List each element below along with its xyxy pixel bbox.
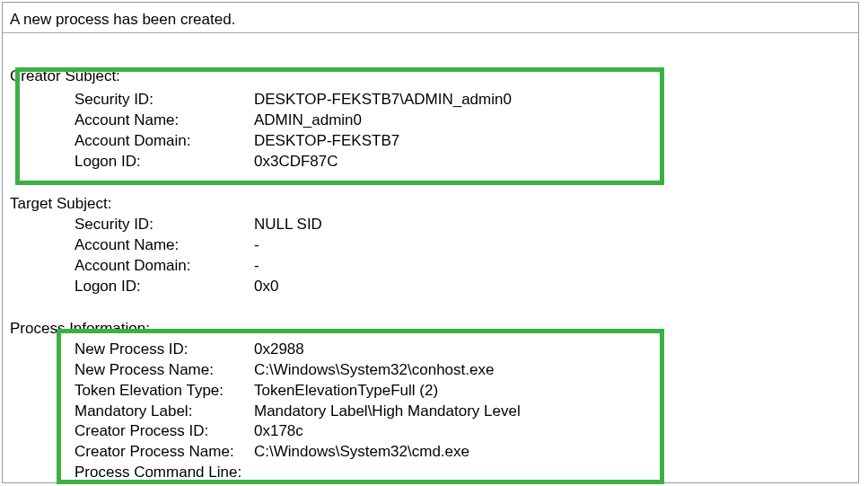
field-value: C:\Windows\System32\conhost.exe [254,360,858,381]
target-subject-title: Target Subject: [3,189,858,215]
creator-subject-title: Creator Subject: [3,61,858,87]
field-row: Security ID: DESKTOP-FEKSTB7\ADMIN_admin… [3,90,858,110]
field-row: Creator Process ID: 0x178c [3,421,858,442]
field-row: Mandatory Label: Mandatory Label\High Ma… [3,402,858,422]
field-row: Logon ID: 0x0 [3,277,858,297]
event-body: Creator Subject: Security ID: DESKTOP-FE… [3,33,858,483]
field-label: Creator Process ID: [75,421,254,442]
field-value: TokenElevationTypeFull (2) [254,381,858,402]
field-label: Logon ID: [75,277,254,297]
field-value: C:\Windows\System32\cmd.exe [254,442,858,463]
field-label: Security ID: [75,90,254,110]
field-row: Account Name: - [3,235,858,256]
field-row: Logon ID: 0x3CDF87C [3,152,858,172]
field-label: Account Domain: [75,131,254,152]
field-label: Security ID: [75,215,254,235]
field-row: Account Domain: - [3,256,858,277]
field-row: New Process Name: C:\Windows\System32\co… [3,360,858,381]
field-label: Account Domain: [75,256,254,277]
field-row: Account Domain: DESKTOP-FEKSTB7 [3,131,858,152]
field-value: 0x0 [254,277,858,297]
field-label: New Process Name: [75,360,254,381]
field-label: Mandatory Label: [75,402,254,422]
field-label: New Process ID: [75,340,254,360]
field-row: New Process ID: 0x2988 [3,340,858,360]
field-value: 0x2988 [254,340,858,360]
field-label: Account Name: [75,110,254,131]
field-label: Token Elevation Type: [75,381,254,402]
event-detail-panel: A new process has been created. Creator … [2,2,859,483]
field-value: - [254,256,858,277]
field-value: - [254,235,858,256]
field-row: Account Name: ADMIN_admin0 [3,110,858,131]
field-value: ADMIN_admin0 [254,110,858,131]
event-header: A new process has been created. [3,3,858,33]
field-value: Mandatory Label\High Mandatory Level [254,402,858,422]
field-value: DESKTOP-FEKSTB7 [254,131,858,152]
field-label: Process Command Line: [75,463,254,483]
field-row: Security ID: NULL SID [3,215,858,235]
field-row: Process Command Line: [3,463,858,483]
field-value: DESKTOP-FEKSTB7\ADMIN_admin0 [254,90,858,110]
field-value: NULL SID [254,215,858,235]
field-row: Creator Process Name: C:\Windows\System3… [3,442,858,463]
process-info-title: Process Information: [3,314,858,340]
field-value: 0x178c [254,421,858,442]
field-label: Creator Process Name: [75,442,254,463]
field-label: Logon ID: [75,152,254,172]
field-value: 0x3CDF87C [254,152,858,172]
field-label: Account Name: [75,235,254,256]
field-value [254,463,858,483]
field-row: Token Elevation Type: TokenElevationType… [3,381,858,402]
